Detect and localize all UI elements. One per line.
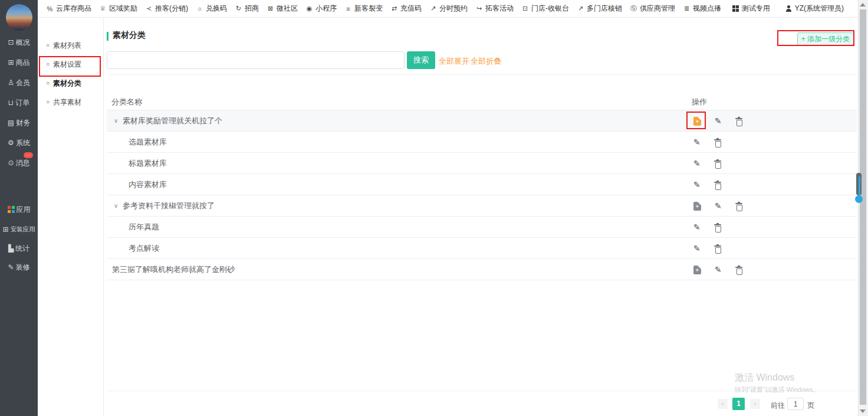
add-top-category-button[interactable]: + 添加一级分类	[797, 32, 854, 45]
paint-icon: ✎	[8, 264, 14, 271]
sidebar-item-messages[interactable]: ⊙消息 ⋯	[0, 156, 38, 169]
submenu-item-material-category[interactable]: ○素材分类	[38, 77, 104, 89]
nav-item-region-reward[interactable]: ♕区域奖励	[99, 4, 137, 14]
collapse-all-link[interactable]: 全部折叠	[471, 56, 501, 67]
chevron-down-icon[interactable]: ∨	[114, 110, 118, 132]
nav-item-video[interactable]: ≣视频点播	[683, 4, 721, 14]
delete-icon[interactable]	[735, 202, 742, 211]
delete-icon[interactable]	[714, 159, 721, 168]
message-icon: ⊙	[8, 159, 14, 166]
sidebar-item-orders[interactable]: ⊔订单	[0, 96, 38, 109]
monitor-icon: ⊡	[8, 39, 14, 46]
nav-item-recharge-code[interactable]: ⇄充值码	[390, 4, 422, 14]
search-input[interactable]	[107, 51, 405, 69]
edit-icon[interactable]: ✎	[693, 181, 701, 189]
nav-item-micro-community[interactable]: ⊠微社区	[267, 4, 298, 14]
delete-icon[interactable]	[714, 138, 721, 147]
material-submenu: ○素材列表 ○素材设置 ○素材分类 ○共享素材	[38, 18, 104, 416]
apps-grid-icon	[8, 206, 15, 213]
nav-item-supplier[interactable]: Ⓢ供应商管理	[630, 4, 675, 14]
column-header-ops: 操作	[692, 97, 707, 107]
nav-item-redeem-code[interactable]: ○兑换码	[196, 4, 227, 14]
nav-item-cloud-stock[interactable]: %云库存商品	[46, 4, 91, 14]
finance-icon: ▤	[8, 119, 14, 126]
sidebar-item-overview[interactable]: ⊡概况	[0, 36, 38, 49]
sidebar-item-apps[interactable]: 应用	[0, 203, 38, 216]
edit-icon[interactable]: ✎	[715, 202, 722, 210]
pagination-goto-input[interactable]	[787, 398, 804, 410]
submenu-item-material-settings[interactable]: ○素材设置	[38, 58, 104, 70]
pagination-unit-label: 页	[807, 401, 814, 411]
chevron-down-icon[interactable]: ∨	[114, 195, 118, 217]
sidebar-item-install-apps[interactable]: ⊞安装应用	[0, 223, 38, 236]
user-menu[interactable]: YZ(系统管理员)	[785, 4, 844, 14]
delete-icon[interactable]	[735, 266, 742, 274]
category-name: 内容素材库	[129, 174, 167, 195]
workspace-switcher[interactable]: 测试专用	[732, 4, 770, 14]
exchange-icon: ⇄	[390, 5, 398, 12]
sidebar-item-members[interactable]: ♙会员	[0, 76, 38, 89]
nav-item-distribution[interactable]: ≺推客(分销)	[145, 4, 188, 14]
user-icon	[785, 5, 792, 12]
nav-item-new-customer[interactable]: ≡新客裂变	[344, 4, 383, 14]
category-name: 考点解读	[129, 238, 159, 259]
sidebar-item-finance[interactable]: ▤财务	[0, 116, 38, 129]
sidebar-item-stats[interactable]: ▙统计	[0, 242, 38, 255]
add-subcategory-icon[interactable]	[693, 266, 701, 274]
add-subcategory-icon[interactable]	[693, 117, 701, 126]
pagination-prev-button[interactable]: ‹	[718, 399, 728, 409]
pagination-page-1[interactable]: 1	[732, 398, 745, 410]
search-button[interactable]: 搜索	[407, 51, 435, 69]
radio-circle-icon: ○	[46, 80, 50, 86]
title-accent-bar	[107, 32, 108, 41]
category-name: 第三据了解哦机构老师就高了金刚砂	[112, 259, 235, 280]
avatar[interactable]	[6, 4, 32, 31]
stats-icon: ▙	[8, 245, 14, 252]
page-title: 素材分类	[113, 30, 146, 41]
delete-icon[interactable]	[714, 181, 721, 189]
nav-item-store-cashier[interactable]: ⊡门店-收银台	[521, 4, 569, 14]
scrollbar-thumb[interactable]	[860, 9, 866, 405]
edit-icon[interactable]: ✎	[693, 244, 701, 253]
radio-circle-icon: ○	[46, 61, 50, 67]
table-row: ∨ 素材库奖励管理就关机拉了个 ✎	[107, 110, 857, 132]
scrollbar-down-arrow[interactable]	[860, 410, 866, 413]
submenu-item-material-list[interactable]: ○素材列表	[38, 40, 104, 51]
table-row: 选题素材库 ✎	[107, 132, 857, 153]
table-row: 标题素材库 ✎	[107, 153, 857, 174]
pagination-next-button[interactable]: ›	[750, 399, 760, 409]
sidebar-item-goods[interactable]: ⊞商品	[0, 56, 38, 69]
add-subcategory-icon[interactable]	[693, 202, 701, 211]
edit-icon[interactable]: ✎	[715, 117, 722, 125]
goods-icon: ⊞	[8, 59, 14, 66]
category-name: 素材库奖励管理就关机拉了个	[123, 110, 222, 132]
submenu-item-shared-material[interactable]: ○共享素材	[38, 96, 104, 108]
lines-icon: ≡	[344, 5, 352, 12]
table-row: ∨ 参考资料干辣椒管理就按了 ✎	[107, 195, 857, 217]
category-name: 参考资料干辣椒管理就按了	[123, 195, 215, 217]
scrollbar-up-arrow[interactable]	[860, 3, 866, 6]
delete-icon[interactable]	[714, 244, 721, 253]
miniprogram-icon: ◉	[305, 5, 313, 12]
radio-circle-icon: ○	[46, 42, 50, 48]
edit-icon[interactable]: ✎	[715, 266, 722, 274]
edit-icon[interactable]: ✎	[693, 159, 701, 168]
delete-icon[interactable]	[735, 117, 742, 126]
main-sidebar: ⊡概况 ⊞商品 ♙会员 ⊔订单 ▤财务 ⚙系统 ⊙消息 ⋯ 应用 ⊞安装应用 ▙…	[0, 0, 38, 416]
share-icon: ≺	[145, 5, 153, 12]
edit-icon[interactable]: ✎	[693, 138, 701, 146]
cart-icon: ⊔	[8, 99, 14, 106]
sidebar-item-system[interactable]: ⚙系统	[0, 136, 38, 149]
nav-item-time-booking[interactable]: ↗分时预约	[429, 4, 468, 14]
table-row: 历年真题 ✎	[107, 217, 857, 238]
nav-item-multistore-verify[interactable]: ↗多门店核销	[577, 4, 622, 14]
delete-icon[interactable]	[714, 223, 721, 232]
nav-item-campaign[interactable]: ↪拓客活动	[475, 4, 514, 14]
edit-icon[interactable]: ✎	[693, 223, 701, 231]
table-row: 内容素材库 ✎	[107, 174, 857, 195]
expand-all-link[interactable]: 全部展开	[439, 56, 469, 67]
workspace-grid-icon	[732, 5, 739, 12]
nav-item-investment[interactable]: ↻招商	[235, 4, 259, 14]
nav-item-miniprogram[interactable]: ◉小程序	[305, 4, 337, 14]
sidebar-item-decorate[interactable]: ✎装修	[0, 261, 38, 274]
